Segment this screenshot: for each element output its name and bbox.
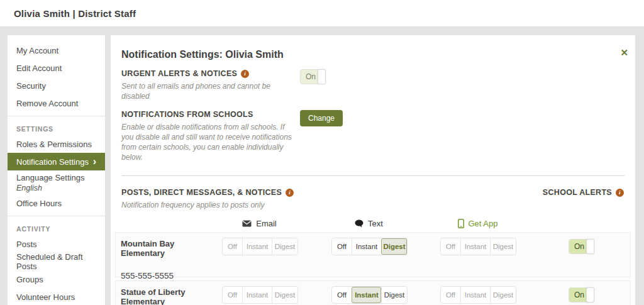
sidebar-divider: [8, 216, 105, 216]
school-alerts-heading: SCHOOL ALERTS: [543, 188, 612, 197]
email-digest-button[interactable]: Digest: [272, 287, 297, 303]
text-instant-button[interactable]: Instant: [352, 287, 381, 303]
info-icon[interactable]: i: [241, 70, 249, 78]
text-message-icon: [355, 219, 364, 228]
page-title: Notification Settings: Olivia Smith: [121, 49, 624, 60]
sidebar-divider: [8, 116, 105, 116]
text-digest-button[interactable]: Digest: [381, 238, 407, 255]
email-off-button[interactable]: Off: [223, 238, 242, 255]
sidebar-item-label: Volunteer Hours: [16, 292, 75, 302]
close-icon[interactable]: ✕: [620, 48, 628, 57]
text-frequency-group: Off Instant Digest: [331, 286, 408, 304]
email-digest-button[interactable]: Digest: [272, 238, 297, 255]
sidebar-section-settings: Settings: [8, 120, 105, 135]
urgent-alerts-description: Sent to all emails and phones and cannot…: [121, 81, 300, 101]
sidebar-item-edit-account[interactable]: Edit Account: [8, 59, 105, 77]
sidebar-item-label: Office Hours: [16, 199, 62, 208]
sidebar-item-label: Posts: [16, 240, 37, 249]
sidebar: My Account Edit Account Security Remove …: [8, 35, 105, 305]
app-digest-button[interactable]: Digest: [490, 287, 516, 303]
email-frequency-group: Off Instant Digest: [222, 286, 298, 304]
info-icon[interactable]: i: [286, 189, 294, 197]
app-instant-button[interactable]: Instant: [460, 287, 490, 303]
language-current-value: English: [16, 184, 42, 192]
notifications-from-schools-description: Enable or disable notifications from all…: [121, 122, 296, 162]
text-instant-button[interactable]: Instant: [352, 238, 381, 255]
sidebar-item-label: Security: [16, 81, 46, 91]
text-off-button[interactable]: Off: [332, 238, 352, 255]
urgent-alerts-toggle[interactable]: On: [300, 69, 326, 84]
school-row-mountain-bay: Mountain Bay Elementary 555-555-5555 Off…: [115, 232, 631, 277]
app-digest-button[interactable]: Digest: [490, 238, 516, 255]
posts-heading: POSTS, DIRECT MESSAGES, & NOTICES: [121, 188, 282, 197]
notifications-from-schools-heading: NOTIFICATIONS FROM SCHOOLS: [121, 110, 253, 119]
notifications-from-schools-section: NOTIFICATIONS FROM SCHOOLS Enable or dis…: [121, 110, 624, 162]
sidebar-item-roles-permissions[interactable]: Roles & Permissions: [8, 135, 105, 153]
sidebar-item-label: Language Settings: [16, 173, 84, 182]
school-name: Statue of Liberty Elementary: [121, 286, 196, 305]
channel-column-headers: Email Text Get App: [115, 219, 631, 228]
sidebar-item-office-hours[interactable]: Office Hours: [8, 194, 105, 212]
email-instant-button[interactable]: Instant: [242, 238, 272, 255]
school-alerts-toggle[interactable]: On: [569, 287, 594, 302]
chevron-right-icon: ›: [93, 157, 96, 167]
sidebar-item-scheduled-draft-posts[interactable]: Scheduled & Draft Posts: [8, 253, 105, 270]
sidebar-section-activity: Activity: [8, 220, 105, 235]
sidebar-item-label: Groups: [16, 275, 43, 284]
mobile-app-icon: [458, 219, 464, 228]
section-divider: [121, 175, 625, 176]
text-off-button[interactable]: Off: [332, 287, 352, 303]
sidebar-item-my-account[interactable]: My Account: [8, 42, 105, 59]
get-app-link[interactable]: Get App: [469, 219, 498, 228]
sidebar-item-security[interactable]: Security: [8, 77, 105, 94]
sidebar-item-label: Roles & Permissions: [16, 140, 92, 149]
app-off-button[interactable]: Off: [441, 238, 460, 255]
sidebar-item-language-settings[interactable]: Language Settings English: [8, 170, 105, 194]
posts-section-header: POSTS, DIRECT MESSAGES, & NOTICES i Noti…: [111, 188, 635, 210]
email-instant-button[interactable]: Instant: [242, 287, 272, 303]
text-frequency-group: Off Instant Digest: [331, 238, 408, 255]
window-header: Olivia Smith | District Staff: [0, 0, 644, 26]
school-alerts-toggle[interactable]: On: [569, 239, 594, 254]
sidebar-item-label: Notification Settings: [16, 157, 89, 167]
change-button[interactable]: Change: [300, 110, 343, 126]
app-frequency-group: Off Instant Digest: [440, 238, 516, 255]
sidebar-item-posts[interactable]: Posts: [8, 235, 105, 253]
app-frequency-group: Off Instant Digest: [440, 286, 516, 304]
posts-description: Notification frequency applies to posts …: [121, 200, 294, 210]
sidebar-item-volunteer-hours[interactable]: Volunteer Hours: [8, 288, 105, 305]
sidebar-item-label: Remove Account: [16, 99, 78, 108]
sidebar-item-label: Edit Account: [16, 64, 62, 73]
sidebar-item-remove-account[interactable]: Remove Account: [8, 94, 105, 112]
school-row-statue-of-liberty: Statue of Liberty Elementary 555-555-555…: [115, 280, 631, 305]
toggle-state-label: On: [306, 72, 316, 81]
info-icon[interactable]: i: [616, 189, 624, 197]
school-name: Mountain Bay Elementary: [121, 238, 190, 258]
school-notification-rows: Mountain Bay Elementary 555-555-5555 Off…: [115, 232, 631, 305]
app-instant-button[interactable]: Instant: [460, 238, 490, 255]
toggle-knob: [586, 287, 594, 302]
toggle-knob: [586, 239, 594, 254]
school-phone: 555-555-5555: [121, 271, 223, 280]
urgent-alerts-heading: URGENT ALERTS & NOTICES: [121, 69, 237, 78]
notification-settings-panel: ✕ Notification Settings: Olivia Smith UR…: [111, 35, 635, 305]
email-column-label: Email: [256, 219, 277, 228]
sidebar-item-groups[interactable]: Groups: [8, 270, 105, 288]
toggle-state-label: On: [574, 242, 584, 251]
urgent-alerts-section: URGENT ALERTS & NOTICES i Sent to all em…: [121, 69, 624, 101]
text-column-label: Text: [368, 219, 383, 228]
page-layout: My Account Edit Account Security Remove …: [0, 26, 644, 305]
sidebar-item-label: Scheduled & Draft Posts: [16, 252, 96, 271]
text-digest-button[interactable]: Digest: [381, 287, 407, 303]
email-icon: [242, 220, 252, 227]
sidebar-item-notification-settings[interactable]: Notification Settings ›: [8, 153, 105, 170]
toggle-knob: [318, 69, 326, 84]
user-context-title: Olivia Smith | District Staff: [14, 8, 136, 19]
email-frequency-group: Off Instant Digest: [222, 238, 298, 255]
email-off-button[interactable]: Off: [223, 287, 242, 303]
toggle-state-label: On: [574, 291, 584, 299]
sidebar-item-label: My Account: [16, 46, 58, 55]
app-off-button[interactable]: Off: [441, 287, 460, 303]
